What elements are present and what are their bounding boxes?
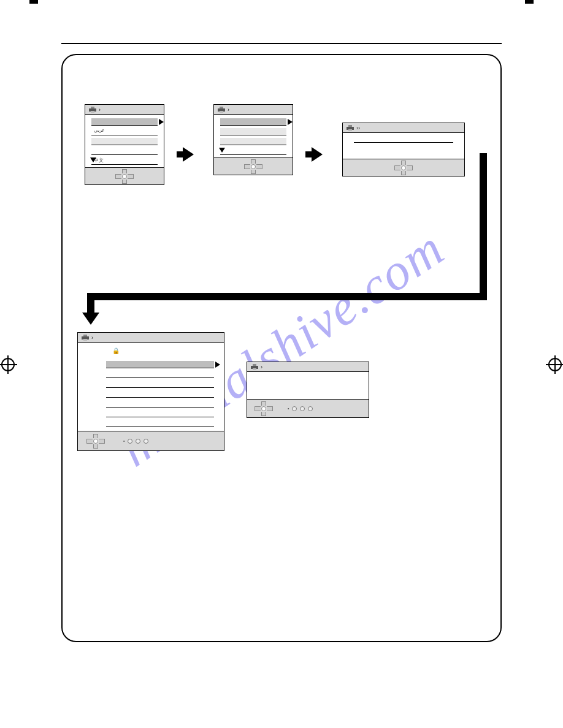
osd-titlebar: › [214,105,293,115]
list-item[interactable] [91,138,158,145]
list-item[interactable]: 中文 [91,157,158,165]
osd-footer [214,157,293,175]
osd-body [247,372,369,399]
printer-icon [82,335,89,341]
list-item[interactable] [106,390,214,398]
printer-icon [347,125,354,131]
svg-rect-7 [348,125,352,127]
titlebar-marker: › [261,364,262,370]
list-item[interactable] [106,371,214,378]
titlebar-marker: ›› [356,125,360,131]
osd-window-step2: › [213,104,293,175]
flow-arrow-icon [312,147,323,162]
flow-arrow-down-icon [82,313,99,325]
registration-mark [1,358,15,371]
svg-rect-13 [253,364,256,366]
lock-row: 🔒 [88,349,214,357]
svg-rect-4 [220,107,223,108]
crop-mark [29,0,38,4]
osd-list [214,115,293,157]
osd-titlebar: › [85,105,164,115]
header-rule [61,43,502,44]
printer-icon [218,107,225,113]
scroll-down-icon [90,157,96,162]
flow-connector [87,293,487,300]
osd-body [343,133,464,159]
flow-connector [87,293,94,315]
list-item[interactable] [106,361,214,368]
osd-window-language: › عربي 中文 [85,104,164,185]
list-item[interactable] [220,148,286,155]
button-row-icon: • [123,439,148,444]
titlebar-marker: › [99,107,101,113]
list-item[interactable] [91,148,158,155]
osd-footer: • [78,431,224,450]
svg-rect-10 [83,335,87,336]
list-item[interactable] [106,381,214,388]
svg-rect-2 [91,111,94,113]
registration-mark [548,358,562,371]
osd-list: عربي 中文 [85,115,164,167]
svg-rect-5 [220,111,223,113]
dpad-icon [244,159,262,174]
titlebar-marker: › [228,107,229,113]
titlebar-marker: › [91,335,93,341]
flow-arrow-icon [183,147,194,162]
osd-footer: • [247,399,369,417]
list-item[interactable] [106,400,214,408]
scroll-down-icon [219,148,225,153]
osd-footer [85,167,164,184]
osd-titlebar: › [247,362,369,372]
list-item[interactable] [220,138,286,145]
crop-mark [525,0,534,4]
svg-rect-14 [253,368,256,370]
lock-icon: 🔒 [112,347,120,354]
button-row-icon: • [288,406,313,411]
dpad-icon [86,434,105,449]
printer-icon [251,364,258,370]
osd-titlebar: ›› [343,123,464,133]
list-item[interactable]: عربي [91,128,158,135]
svg-rect-11 [83,339,87,341]
content-panel: manualshive.com › عربي 中文 [61,54,502,642]
list-item[interactable] [220,128,286,135]
list-item[interactable] [220,118,286,126]
list-item[interactable] [106,410,214,417]
osd-titlebar: › [78,333,224,343]
printer-icon [89,107,96,113]
svg-rect-1 [91,107,94,108]
dpad-icon [115,169,134,184]
flow-connector [480,153,487,300]
osd-window-final: › • [247,362,369,418]
osd-window-detail: › 🔒 • [77,332,224,451]
osd-list: 🔒 [78,343,224,431]
list-item[interactable] [91,118,158,126]
osd-footer [343,159,464,176]
svg-rect-8 [348,129,352,131]
list-item[interactable] [106,420,214,427]
dpad-icon [394,161,413,175]
dpad-icon [255,401,273,416]
osd-window-step3: ›› [342,123,465,176]
